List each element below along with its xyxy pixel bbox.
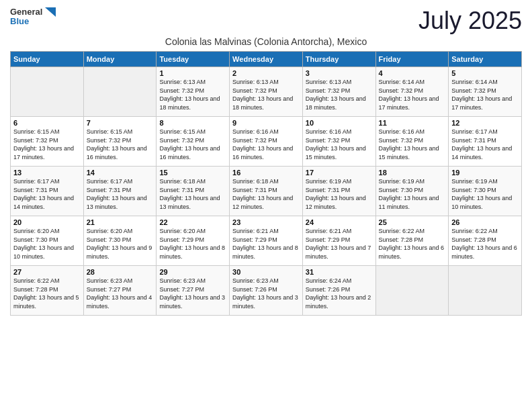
day-cell: 20Sunrise: 6:20 AMSunset: 7:30 PMDayligh…: [11, 216, 84, 266]
day-number: 17: [306, 169, 373, 177]
header-tuesday: Tuesday: [157, 52, 230, 67]
day-info: Sunrise: 6:22 AMSunset: 7:28 PMDaylight:…: [379, 227, 446, 261]
day-number: 14: [87, 169, 154, 177]
day-cell: 26Sunrise: 6:22 AMSunset: 7:28 PMDayligh…: [449, 216, 522, 266]
day-info: Sunrise: 6:13 AMSunset: 7:32 PMDaylight:…: [306, 78, 373, 111]
day-cell: 21Sunrise: 6:20 AMSunset: 7:30 PMDayligh…: [83, 216, 157, 266]
day-info: Sunrise: 6:14 AMSunset: 7:32 PMDaylight:…: [451, 78, 519, 111]
day-number: 29: [159, 268, 226, 276]
day-cell: 10Sunrise: 6:16 AMSunset: 7:32 PMDayligh…: [302, 117, 375, 167]
day-cell: 9Sunrise: 6:16 AMSunset: 7:32 PMDaylight…: [230, 117, 303, 167]
day-cell: [11, 67, 84, 117]
day-info: Sunrise: 6:15 AMSunset: 7:32 PMDaylight:…: [87, 128, 154, 161]
week-row-4: 20Sunrise: 6:20 AMSunset: 7:30 PMDayligh…: [11, 216, 522, 266]
logo-chevron-icon: [44, 7, 56, 17]
page: General Blue July 2025 Colonia las Malvi…: [0, 0, 532, 411]
day-info: Sunrise: 6:20 AMSunset: 7:29 PMDaylight:…: [159, 227, 226, 261]
day-number: 3: [306, 69, 373, 77]
day-cell: 8Sunrise: 6:15 AMSunset: 7:32 PMDaylight…: [157, 117, 230, 167]
day-info: Sunrise: 6:19 AMSunset: 7:30 PMDaylight:…: [379, 177, 446, 211]
day-cell: 22Sunrise: 6:20 AMSunset: 7:29 PMDayligh…: [157, 216, 230, 266]
day-cell: 31Sunrise: 6:24 AMSunset: 7:26 PMDayligh…: [302, 266, 375, 316]
header-wednesday: Wednesday: [230, 52, 303, 67]
day-cell: 12Sunrise: 6:17 AMSunset: 7:31 PMDayligh…: [449, 117, 522, 167]
day-cell: 29Sunrise: 6:23 AMSunset: 7:27 PMDayligh…: [157, 266, 230, 316]
header-saturday: Saturday: [449, 52, 522, 67]
day-number: 25: [379, 218, 446, 226]
logo: General Blue: [10, 7, 56, 26]
day-info: Sunrise: 6:16 AMSunset: 7:32 PMDaylight:…: [232, 128, 300, 161]
day-cell: 5Sunrise: 6:14 AMSunset: 7:32 PMDaylight…: [449, 67, 522, 117]
day-number: 4: [379, 69, 446, 77]
day-number: 19: [451, 169, 519, 177]
day-number: 20: [13, 218, 81, 226]
day-number: 8: [159, 119, 226, 127]
header-monday: Monday: [83, 52, 157, 67]
day-number: 10: [306, 119, 373, 127]
day-cell: 19Sunrise: 6:19 AMSunset: 7:30 PMDayligh…: [449, 167, 522, 216]
day-number: 6: [13, 119, 81, 127]
day-cell: 25Sunrise: 6:22 AMSunset: 7:28 PMDayligh…: [375, 216, 449, 266]
day-number: 2: [232, 69, 300, 77]
day-info: Sunrise: 6:16 AMSunset: 7:32 PMDaylight:…: [306, 128, 373, 161]
day-info: Sunrise: 6:23 AMSunset: 7:27 PMDaylight:…: [159, 277, 226, 310]
day-number: 27: [13, 268, 81, 276]
header-thursday: Thursday: [302, 52, 375, 67]
day-number: 18: [379, 169, 446, 177]
day-info: Sunrise: 6:21 AMSunset: 7:29 PMDaylight:…: [232, 227, 300, 261]
day-cell: 6Sunrise: 6:15 AMSunset: 7:32 PMDaylight…: [11, 117, 84, 167]
day-number: 1: [159, 69, 226, 77]
day-info: Sunrise: 6:13 AMSunset: 7:32 PMDaylight:…: [232, 78, 300, 111]
day-cell: 24Sunrise: 6:21 AMSunset: 7:29 PMDayligh…: [302, 216, 375, 266]
calendar: SundayMondayTuesdayWednesdayThursdayFrid…: [10, 51, 522, 316]
day-cell: [375, 266, 449, 316]
day-number: 23: [232, 218, 300, 226]
week-row-3: 13Sunrise: 6:17 AMSunset: 7:31 PMDayligh…: [11, 167, 522, 216]
day-info: Sunrise: 6:18 AMSunset: 7:31 PMDaylight:…: [159, 177, 226, 211]
day-number: 30: [232, 268, 300, 276]
header-sunday: Sunday: [11, 52, 84, 67]
day-cell: [83, 67, 157, 117]
day-info: Sunrise: 6:22 AMSunset: 7:28 PMDaylight:…: [13, 277, 81, 310]
day-cell: 27Sunrise: 6:22 AMSunset: 7:28 PMDayligh…: [11, 266, 84, 316]
day-info: Sunrise: 6:16 AMSunset: 7:32 PMDaylight:…: [379, 128, 446, 161]
day-number: 26: [451, 218, 519, 226]
day-cell: 15Sunrise: 6:18 AMSunset: 7:31 PMDayligh…: [157, 167, 230, 216]
day-info: Sunrise: 6:13 AMSunset: 7:32 PMDaylight:…: [159, 78, 226, 111]
svg-marker-0: [45, 7, 56, 17]
day-info: Sunrise: 6:15 AMSunset: 7:32 PMDaylight:…: [13, 128, 81, 161]
day-cell: 3Sunrise: 6:13 AMSunset: 7:32 PMDaylight…: [302, 67, 375, 117]
day-info: Sunrise: 6:23 AMSunset: 7:27 PMDaylight:…: [87, 277, 154, 310]
day-info: Sunrise: 6:19 AMSunset: 7:30 PMDaylight:…: [451, 177, 519, 211]
day-number: 28: [87, 268, 154, 276]
day-cell: 11Sunrise: 6:16 AMSunset: 7:32 PMDayligh…: [375, 117, 449, 167]
day-info: Sunrise: 6:17 AMSunset: 7:31 PMDaylight:…: [13, 177, 81, 211]
day-info: Sunrise: 6:21 AMSunset: 7:29 PMDaylight:…: [306, 227, 373, 261]
day-cell: 13Sunrise: 6:17 AMSunset: 7:31 PMDayligh…: [11, 167, 84, 216]
day-number: 5: [451, 69, 519, 77]
day-number: 9: [232, 119, 300, 127]
day-info: Sunrise: 6:24 AMSunset: 7:26 PMDaylight:…: [306, 277, 373, 310]
day-cell: 1Sunrise: 6:13 AMSunset: 7:32 PMDaylight…: [157, 67, 230, 117]
header: General Blue July 2025: [10, 7, 522, 35]
day-cell: 18Sunrise: 6:19 AMSunset: 7:30 PMDayligh…: [375, 167, 449, 216]
day-cell: 4Sunrise: 6:14 AMSunset: 7:32 PMDaylight…: [375, 67, 449, 117]
day-number: 16: [232, 169, 300, 177]
day-cell: 16Sunrise: 6:18 AMSunset: 7:31 PMDayligh…: [230, 167, 303, 216]
day-number: 12: [451, 119, 519, 127]
day-cell: 30Sunrise: 6:23 AMSunset: 7:26 PMDayligh…: [230, 266, 303, 316]
header-friday: Friday: [375, 52, 449, 67]
day-number: 22: [159, 218, 226, 226]
day-number: 11: [379, 119, 446, 127]
day-cell: [449, 266, 522, 316]
day-info: Sunrise: 6:17 AMSunset: 7:31 PMDaylight:…: [87, 177, 154, 211]
day-number: 15: [159, 169, 226, 177]
day-cell: 2Sunrise: 6:13 AMSunset: 7:32 PMDaylight…: [230, 67, 303, 117]
subtitle: Colonia las Malvinas (Colonia Antorcha),…: [10, 36, 522, 47]
day-number: 7: [87, 119, 154, 127]
day-cell: 23Sunrise: 6:21 AMSunset: 7:29 PMDayligh…: [230, 216, 303, 266]
day-number: 13: [13, 169, 81, 177]
day-info: Sunrise: 6:22 AMSunset: 7:28 PMDaylight:…: [451, 227, 519, 261]
title-block: July 2025: [418, 7, 522, 35]
week-row-5: 27Sunrise: 6:22 AMSunset: 7:28 PMDayligh…: [11, 266, 522, 316]
